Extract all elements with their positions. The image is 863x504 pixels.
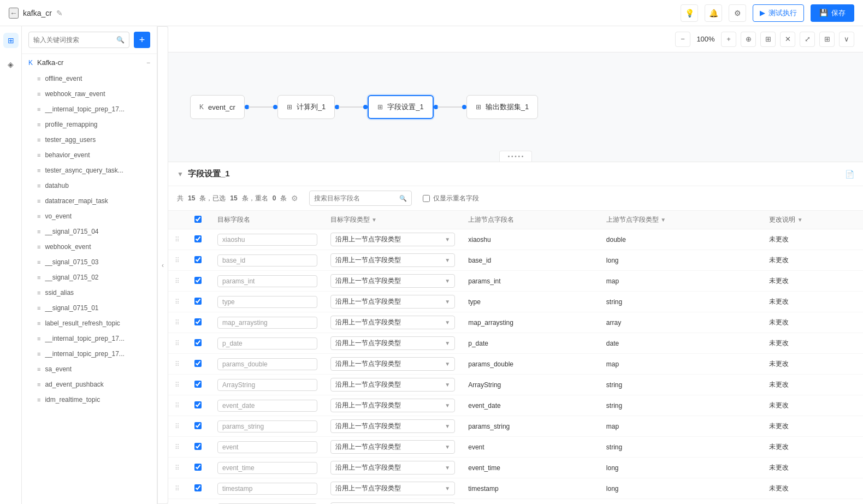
drag-handle-3[interactable]: ⠿ — [175, 298, 179, 306]
row-checkbox-0[interactable] — [194, 235, 202, 242]
type-select-2[interactable]: 沿用上一节点字段类型 ▼ — [330, 274, 456, 288]
fullscreen-button[interactable]: ⤢ — [800, 32, 815, 47]
sidebar-item-13[interactable]: ≡__signal_0715_02 — [22, 270, 157, 285]
sidebar-item-11[interactable]: ≡webhook_event — [22, 239, 157, 254]
field-name-input-1[interactable] — [217, 254, 317, 266]
field-name-input-0[interactable] — [217, 234, 317, 246]
type-select-9[interactable]: 沿用上一节点字段类型 ▼ — [330, 419, 456, 433]
row-checkbox-12[interactable] — [194, 484, 202, 491]
select-all-checkbox[interactable] — [194, 216, 202, 223]
edit-icon[interactable]: ✎ — [56, 9, 63, 17]
show-duplicate-label[interactable]: 仅显示重名字段 — [423, 194, 479, 203]
sidebar-item-2[interactable]: ≡__internal_topic_prep_17... — [22, 102, 157, 117]
sidebar-item-14[interactable]: ≡ssid_alias — [22, 285, 157, 300]
field-name-input-8[interactable] — [217, 400, 317, 412]
row-checkbox-8[interactable] — [194, 401, 202, 408]
bell-icon-button[interactable]: 🔔 — [705, 4, 722, 22]
sidebar-collapse-button[interactable]: ‹ — [157, 26, 168, 504]
type-select-10[interactable]: 沿用上一节点字段类型 ▼ — [330, 440, 456, 454]
drag-handle-9[interactable]: ⠿ — [175, 423, 179, 430]
field-search-input[interactable] — [314, 194, 396, 202]
grid-button[interactable]: ⊞ — [760, 32, 776, 47]
field-name-input-5[interactable] — [217, 337, 317, 349]
row-checkbox-4[interactable] — [194, 318, 202, 325]
sidebar-item-16[interactable]: ≡label_result_refresh_topic — [22, 316, 157, 331]
sidebar-item-3[interactable]: ≡profile_remapping — [22, 117, 157, 132]
field-name-input-4[interactable] — [217, 317, 317, 329]
back-button[interactable]: ← — [9, 8, 19, 19]
layout-button[interactable]: ⊞ — [819, 32, 835, 47]
filter-icon-1[interactable]: ▼ — [371, 217, 377, 223]
sidebar-item-6[interactable]: ≡tester_async_query_task... — [22, 163, 157, 178]
sidebar-item-5[interactable]: ≡behavior_event — [22, 147, 157, 163]
drag-handle-11[interactable]: ⠿ — [175, 464, 179, 472]
type-select-8[interactable]: 沿用上一节点字段类型 ▼ — [330, 399, 456, 412]
field-name-input-9[interactable] — [217, 420, 317, 432]
sidebar-item-8[interactable]: ≡datatracer_mapi_task — [22, 193, 157, 209]
row-checkbox-11[interactable] — [194, 464, 202, 471]
sidebar-item-18[interactable]: ≡__internal_topic_prep_17... — [22, 346, 157, 361]
sidebar-group-header[interactable]: K Kafka-cr − — [22, 54, 157, 71]
pipeline-node-source[interactable]: K event_cr — [190, 95, 245, 119]
sidebar-item-19[interactable]: ≡sa_event — [22, 361, 157, 377]
field-name-input-12[interactable] — [217, 483, 317, 495]
field-name-input-6[interactable] — [217, 358, 317, 370]
type-select-3[interactable]: 沿用上一节点字段类型 ▼ — [330, 295, 456, 309]
field-name-input-3[interactable] — [217, 296, 317, 308]
filter-icon-2[interactable]: ▼ — [660, 217, 666, 223]
clear-button[interactable]: ✕ — [780, 32, 795, 47]
type-select-1[interactable]: 沿用上一节点字段类型 ▼ — [330, 253, 456, 267]
drag-handle-6[interactable]: ⠿ — [175, 360, 179, 368]
add-button[interactable]: + — [134, 32, 150, 48]
drag-handle-12[interactable]: ⠿ — [175, 485, 179, 493]
type-select-5[interactable]: 沿用上一节点字段类型 ▼ — [330, 336, 456, 350]
sidebar-item-17[interactable]: ≡__internal_topic_prep_17... — [22, 331, 157, 346]
row-checkbox-3[interactable] — [194, 298, 202, 305]
settings-gear-icon[interactable]: ⚙ — [291, 194, 298, 203]
row-checkbox-6[interactable] — [194, 360, 202, 367]
sidebar-item-0[interactable]: ≡offline_event — [22, 71, 157, 86]
settings-icon-button[interactable]: ⚙ — [729, 4, 746, 22]
collapse-arrow[interactable]: ▼ — [177, 170, 184, 178]
drag-handle-7[interactable]: ⠿ — [175, 381, 179, 389]
sidebar-item-1[interactable]: ≡webhook_raw_event — [22, 86, 157, 102]
row-checkbox-10[interactable] — [194, 443, 202, 450]
drag-handle-4[interactable]: ⠿ — [175, 319, 179, 327]
row-checkbox-9[interactable] — [194, 422, 202, 429]
sidebar-item-4[interactable]: ≡tester_agg_users — [22, 132, 157, 147]
reset-zoom-button[interactable]: ⊕ — [741, 32, 756, 47]
zoom-out-button[interactable]: − — [675, 32, 690, 47]
type-select-7[interactable]: 沿用上一节点字段类型 ▼ — [330, 378, 456, 392]
filter-icon-3[interactable]: ▼ — [797, 217, 803, 223]
drag-handle-8[interactable]: ⠿ — [175, 402, 179, 410]
sidebar-item-10[interactable]: ≡__signal_0715_04 — [22, 224, 157, 239]
drag-handle-2[interactable]: ⠿ — [175, 277, 179, 285]
zoom-in-button[interactable]: + — [721, 32, 736, 47]
type-select-12[interactable]: 沿用上一节点字段类型 ▼ — [330, 482, 456, 495]
panel-toggle-button[interactable]: • • • • • — [499, 151, 532, 162]
search-input[interactable] — [33, 36, 113, 44]
drag-handle-0[interactable]: ⠿ — [175, 236, 179, 244]
field-name-input-2[interactable] — [217, 275, 317, 287]
drag-handle-10[interactable]: ⠿ — [175, 443, 179, 451]
field-name-input-11[interactable] — [217, 462, 317, 474]
save-button[interactable]: 💾 保存 — [811, 4, 854, 22]
sidebar-item-7[interactable]: ≡datahub — [22, 178, 157, 193]
bulb-icon-button[interactable]: 💡 — [681, 4, 698, 22]
field-search-wrap[interactable]: 🔍 — [309, 191, 412, 206]
drag-handle-5[interactable]: ⠿ — [175, 340, 179, 347]
drag-handle-1[interactable]: ⠿ — [175, 257, 179, 264]
sidebar-item-15[interactable]: ≡__signal_0715_01 — [22, 300, 157, 316]
search-input-wrap[interactable]: 🔍 — [28, 32, 129, 48]
row-checkbox-2[interactable] — [194, 277, 202, 284]
sidebar-item-21[interactable]: ≡idm_realtime_topic — [22, 392, 157, 407]
pipeline-node-output[interactable]: ⊞ 输出数据集_1 — [466, 95, 538, 119]
pipeline-node-field[interactable]: ⊞ 字段设置_1 — [368, 95, 433, 119]
sidebar-item-12[interactable]: ≡__signal_0715_03 — [22, 254, 157, 270]
test-run-button[interactable]: ▶ 测试执行 — [753, 4, 804, 22]
row-checkbox-7[interactable] — [194, 381, 202, 388]
sidebar-item-20[interactable]: ≡ad_event_pushback — [22, 377, 157, 392]
row-checkbox-1[interactable] — [194, 256, 202, 263]
row-checkbox-5[interactable] — [194, 339, 202, 346]
more-button[interactable]: ∨ — [839, 32, 854, 47]
